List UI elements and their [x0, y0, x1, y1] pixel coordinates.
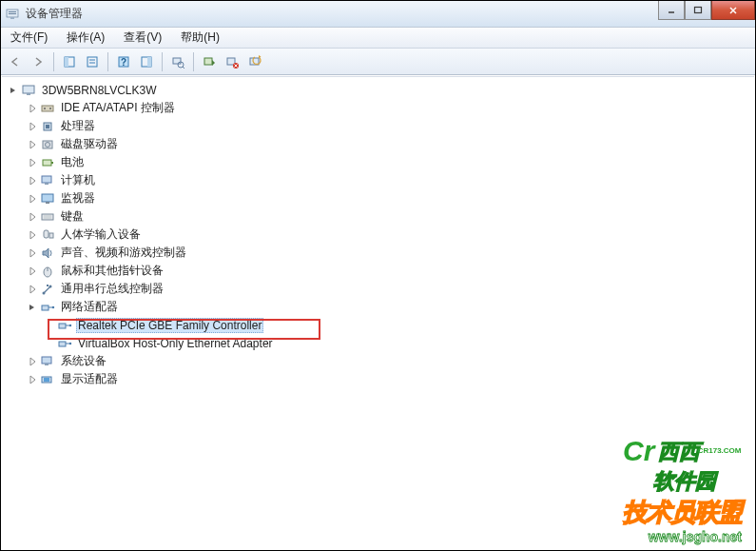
expander-icon[interactable]: [27, 211, 38, 223]
menu-help[interactable]: 帮助(H): [177, 28, 223, 48]
computer-icon: [21, 83, 36, 98]
svg-rect-20: [204, 58, 212, 65]
tree-node-keyboard[interactable]: 键盘: [2, 207, 754, 226]
tree-node-battery[interactable]: 电池: [2, 153, 754, 171]
tree-node-hid[interactable]: 人体学输入设备: [2, 226, 754, 244]
tree-root[interactable]: 3DW5BRN8LVCLK3W: [2, 81, 754, 99]
expander-icon[interactable]: [27, 121, 38, 132]
tree-label: 处理器: [59, 117, 97, 135]
battery-icon: [40, 155, 55, 170]
expander-icon[interactable]: [27, 103, 38, 114]
back-button[interactable]: [5, 51, 26, 72]
menu-file[interactable]: 文件(F): [7, 28, 51, 48]
svg-rect-44: [44, 230, 48, 238]
tree-label: 显示适配器: [59, 370, 120, 388]
maximize-button[interactable]: [685, 1, 711, 20]
expander-icon[interactable]: [8, 85, 19, 96]
uninstall-button[interactable]: [222, 51, 242, 72]
expander-icon[interactable]: [27, 175, 38, 187]
expander-icon[interactable]: [27, 193, 38, 205]
tree-node-network[interactable]: 网络适配器: [2, 298, 754, 316]
sound-icon: [40, 246, 55, 261]
expander-icon[interactable]: [27, 284, 38, 295]
tree-label: 网络适配器: [59, 298, 120, 316]
tree-node-computer[interactable]: 计算机: [2, 171, 754, 189]
svg-rect-40: [46, 202, 49, 204]
tree-node-cpu[interactable]: 处理器: [2, 117, 754, 135]
device-tree[interactable]: 3DW5BRN8LVCLK3W IDE ATA/ATAPI 控制器 处理器 磁盘…: [2, 76, 754, 549]
svg-rect-62: [45, 364, 48, 365]
expander-icon[interactable]: [27, 229, 38, 241]
properties-console-button[interactable]: [82, 51, 103, 72]
svg-rect-41: [42, 214, 53, 220]
system-icon: [40, 354, 55, 369]
monitor-icon: [40, 191, 55, 207]
tree-label: 磁盘驱动器: [59, 135, 120, 153]
menu-action[interactable]: 操作(A): [63, 28, 108, 48]
window-title: 设备管理器: [26, 6, 83, 22]
expander-icon[interactable]: [27, 139, 38, 150]
svg-rect-32: [46, 125, 49, 128]
app-icon: [5, 7, 20, 22]
help-button[interactable]: ?: [113, 51, 134, 72]
keyboard-icon: [40, 209, 55, 225]
close-button[interactable]: [711, 1, 755, 20]
expander-expanded-icon[interactable]: [27, 302, 38, 313]
tree-node-usb[interactable]: 通用串行总线控制器: [2, 280, 754, 298]
minimize-button[interactable]: [658, 1, 685, 20]
svg-point-57: [69, 324, 71, 325]
menu-view[interactable]: 查看(V): [120, 28, 165, 48]
svg-point-60: [69, 342, 71, 344]
svg-rect-58: [59, 342, 66, 346]
expander-icon[interactable]: [27, 356, 38, 367]
forward-button[interactable]: [28, 51, 48, 72]
tree-node-realtek[interactable]: Realtek PCIe GBE Family Controller: [2, 316, 754, 334]
tree-node-virtualbox[interactable]: VirtualBox Host-Only Ethernet Adapter: [2, 334, 754, 352]
show-hide-console-tree-button[interactable]: [59, 51, 80, 72]
tree-node-sound[interactable]: 声音、视频和游戏控制器: [2, 244, 754, 262]
tree-node-ide[interactable]: IDE ATA/ATAPI 控制器: [2, 99, 754, 117]
tree-label: VirtualBox Host-Only Ethernet Adapter: [76, 336, 275, 351]
toolbar-separator: [193, 52, 194, 71]
mouse-icon: [40, 264, 55, 279]
action-pane-button[interactable]: [136, 51, 157, 72]
svg-rect-2: [9, 13, 16, 14]
svg-rect-1: [9, 11, 16, 12]
svg-rect-64: [44, 378, 49, 382]
hid-icon: [40, 227, 55, 243]
svg-rect-27: [27, 93, 30, 95]
tree-node-monitor[interactable]: 监视器: [2, 189, 754, 207]
svg-rect-17: [173, 58, 181, 64]
window-controls: [658, 1, 755, 20]
svg-rect-38: [45, 183, 48, 185]
tree-node-system[interactable]: 系统设备: [2, 352, 754, 370]
svg-point-54: [52, 305, 54, 307]
netcard-icon: [57, 318, 72, 333]
tree-label: 计算机: [59, 171, 97, 189]
update-driver-button[interactable]: [199, 51, 220, 72]
tree-node-display[interactable]: 显示适配器: [2, 370, 754, 388]
tree-label: 人体学输入设备: [59, 226, 143, 244]
tree-node-disk[interactable]: 磁盘驱动器: [2, 135, 754, 153]
scan-button[interactable]: [167, 51, 188, 72]
netcard-icon: [57, 336, 72, 351]
expander-icon[interactable]: [27, 247, 38, 259]
expander-icon[interactable]: [27, 374, 38, 385]
svg-line-19: [183, 67, 184, 69]
ide-icon: [40, 101, 55, 116]
scan-hardware-button[interactable]: [244, 51, 265, 72]
tree-label: IDE ATA/ATAPI 控制器: [59, 99, 177, 117]
svg-rect-5: [695, 7, 702, 12]
svg-rect-26: [23, 86, 34, 93]
svg-point-29: [44, 108, 46, 109]
tree-node-mouse[interactable]: 鼠标和其他指针设备: [2, 262, 754, 280]
tree-label: 通用串行总线控制器: [59, 280, 165, 298]
expander-icon[interactable]: [27, 266, 38, 277]
svg-rect-61: [42, 357, 51, 364]
svg-rect-16: [147, 57, 151, 67]
svg-point-50: [49, 285, 52, 287]
svg-rect-10: [87, 57, 97, 67]
expander-icon[interactable]: [27, 157, 38, 168]
network-icon: [40, 300, 55, 315]
toolbar-separator: [107, 52, 108, 71]
